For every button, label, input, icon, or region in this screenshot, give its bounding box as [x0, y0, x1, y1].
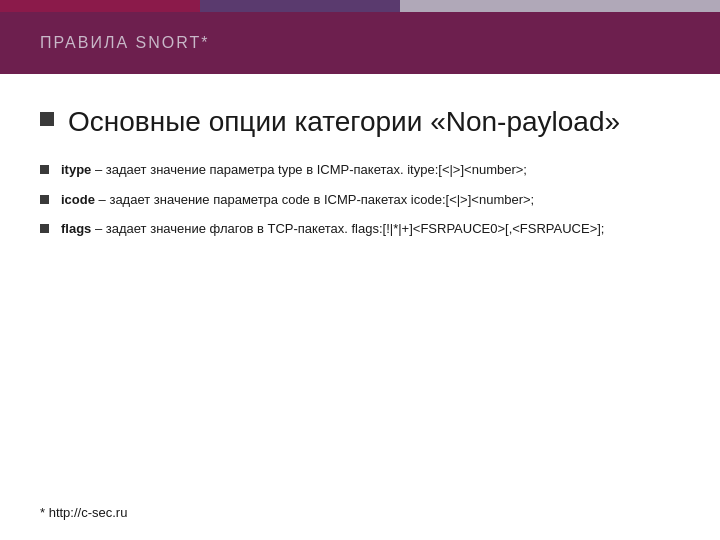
header: ПРАВИЛА SNORT*: [0, 12, 720, 74]
small-bullet-icon: [40, 165, 49, 174]
top-bar-segment1: [0, 0, 200, 12]
bullet-text-flags: flags – задает значение флагов в TCP-пак…: [61, 219, 680, 239]
footnote: * http://c-sec.ru: [40, 505, 127, 520]
main-heading-text: Основные опции категории «Non-payload»: [68, 104, 680, 140]
bullet-text-itype: itype – задает значение параметра type в…: [61, 160, 680, 180]
list-item: itype – задает значение параметра type в…: [40, 160, 680, 180]
top-bar-segment2: [200, 0, 400, 12]
bullet-list: itype – задает значение параметра type в…: [40, 160, 680, 239]
itype-description: – задает значение параметра type в ICMP-…: [91, 162, 527, 177]
bullet-text-icode: icode – задает значение параметра code в…: [61, 190, 680, 210]
list-item: icode – задает значение параметра code в…: [40, 190, 680, 210]
large-bullet-icon: [40, 112, 54, 126]
header-title: ПРАВИЛА SNORT*: [40, 34, 680, 52]
top-bar-segment3: [400, 0, 720, 12]
content: Основные опции категории «Non-payload» i…: [0, 74, 720, 269]
keyword-icode: icode: [61, 192, 95, 207]
keyword-flags: flags: [61, 221, 91, 236]
list-item: flags – задает значение флагов в TCP-пак…: [40, 219, 680, 239]
small-bullet-icon: [40, 195, 49, 204]
small-bullet-icon: [40, 224, 49, 233]
keyword-itype: itype: [61, 162, 91, 177]
flags-description: – задает значение флагов в TCP-пакетах. …: [91, 221, 604, 236]
icode-description: – задает значение параметра code в ICMP-…: [95, 192, 534, 207]
top-bar: [0, 0, 720, 12]
main-heading-container: Основные опции категории «Non-payload»: [40, 104, 680, 140]
footnote-text: * http://c-sec.ru: [40, 505, 127, 520]
